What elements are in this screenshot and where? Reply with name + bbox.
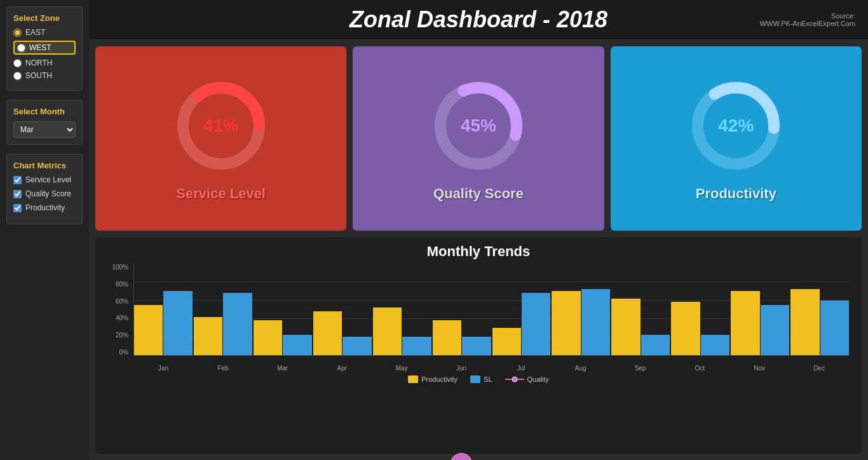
zone-east[interactable]: EAST — [13, 28, 76, 37]
x-label-nov: Nov — [729, 365, 789, 372]
chart-legend: Productivity SL Quality — [108, 375, 849, 383]
service-level-value: 41% — [203, 116, 239, 136]
chart-y-labels: 100% 80% 60% 40% 20% 0% — [108, 264, 131, 356]
chart-plot — [133, 264, 849, 356]
legend-productivity-label: Productivity — [421, 375, 458, 383]
source-info: Source: WWW.PK-AnExcelExpert.Com — [760, 12, 855, 27]
metric-productivity-label: Productivity — [25, 203, 65, 212]
month-group-mar — [254, 264, 312, 355]
zone-north[interactable]: NORTH — [13, 58, 76, 67]
x-label-jul: Jul — [491, 365, 551, 372]
header: Zonal Dashboard - 2018 Source: WWW.PK-An… — [89, 0, 868, 40]
bar-sl-aug — [581, 289, 610, 355]
kpi-productivity: 42% Productivity — [611, 46, 862, 231]
x-label-jan: Jan — [133, 365, 193, 372]
month-group-jul — [492, 264, 551, 355]
kpi-quality-score: 45% Quality Score — [353, 46, 604, 231]
zone-west[interactable]: WEST — [13, 41, 76, 55]
zone-south[interactable]: SOUTH — [13, 71, 76, 80]
bar-sl-sep — [641, 335, 670, 355]
bar-productivity-sep — [611, 299, 640, 355]
metric-productivity[interactable]: Productivity — [13, 203, 76, 212]
month-section: Select Month Jan Feb Mar Apr May Jun Jul… — [6, 100, 83, 145]
month-section-title: Select Month — [13, 107, 76, 116]
metric-quality-score-label: Quality Score — [25, 189, 71, 198]
bar-sl-nov — [761, 305, 789, 355]
bar-sl-jun — [462, 337, 491, 355]
legend-quality-label: Quality — [527, 375, 549, 383]
bar-productivity-aug — [552, 291, 580, 355]
svg-point-14 — [451, 453, 472, 460]
month-group-dec — [790, 264, 849, 355]
bar-sl-may — [402, 337, 431, 355]
bar-sl-jan — [163, 291, 192, 355]
legend-quality-line — [505, 375, 524, 383]
x-label-aug: Aug — [551, 365, 611, 372]
bar-productivity-jul — [492, 328, 521, 355]
month-group-sep — [611, 264, 670, 355]
x-label-feb: Feb — [193, 365, 253, 372]
legend-sl-label: SL — [484, 375, 492, 383]
bar-sl-jul — [522, 293, 550, 355]
bar-productivity-apr — [313, 311, 342, 355]
bar-productivity-jun — [433, 320, 461, 355]
y-label-0: 0% — [119, 349, 128, 356]
y-label-100: 100% — [112, 264, 128, 271]
legend-productivity-box — [408, 375, 418, 383]
chart-metrics-section: Chart Metrics Service Level Quality Scor… — [6, 154, 83, 224]
metric-service-level[interactable]: Service Level — [13, 175, 76, 184]
month-group-apr — [313, 264, 372, 355]
legend-sl-box — [470, 375, 480, 383]
productivity-donut: 42% — [685, 75, 787, 177]
x-label-apr: Apr — [312, 365, 372, 372]
productivity-value: 42% — [718, 116, 754, 136]
bar-productivity-oct — [671, 302, 700, 355]
month-group-nov — [731, 264, 789, 355]
bar-sl-mar — [283, 335, 311, 355]
legend-quality: Quality — [505, 375, 549, 383]
x-label-may: May — [372, 365, 431, 372]
chart-metrics-title: Chart Metrics — [13, 161, 76, 170]
quality-score-value: 45% — [461, 116, 496, 136]
quality-score-title: Quality Score — [433, 186, 524, 202]
zone-section-title: Select Zone — [13, 13, 76, 23]
month-group-jun — [433, 264, 491, 355]
source-label: Source: — [760, 12, 855, 20]
bar-sl-dec — [820, 301, 849, 355]
month-group-aug — [552, 264, 610, 355]
chart-area: 100% 80% 60% 40% 20% 0% — [108, 264, 849, 372]
bar-productivity-jan — [134, 305, 163, 355]
x-labels: JanFebMarAprMayJunJulAugSepOctNovDec — [133, 365, 849, 372]
bar-sl-apr — [342, 337, 371, 355]
quality-score-donut: 45% — [428, 75, 529, 177]
x-label-oct: Oct — [670, 365, 729, 372]
bar-productivity-mar — [254, 320, 282, 355]
service-level-donut: 41% — [170, 75, 272, 177]
month-group-oct — [671, 264, 729, 355]
legend-productivity: Productivity — [408, 375, 458, 383]
x-label-sep: Sep — [611, 365, 670, 372]
metric-quality-score[interactable]: Quality Score — [13, 189, 76, 198]
productivity-title: Productivity — [696, 186, 776, 202]
x-label-jun: Jun — [431, 365, 491, 372]
zone-west-label: WEST — [29, 43, 51, 52]
chart-section: Monthly Trends 100% 80% 60% 40% 20% 0% — [95, 237, 862, 454]
bar-sl-feb — [223, 293, 252, 355]
metric-service-level-label: Service Level — [25, 175, 71, 184]
month-group-may — [373, 264, 431, 355]
service-level-title: Service Level — [176, 186, 266, 202]
sidebar: Select Zone EAST WEST NORTH SOUTH Select… — [0, 0, 89, 460]
zone-section: Select Zone EAST WEST NORTH SOUTH — [6, 6, 83, 91]
month-group-jan — [134, 264, 193, 355]
y-label-40: 40% — [116, 315, 128, 321]
zone-south-label: SOUTH — [25, 71, 52, 80]
zone-north-label: NORTH — [25, 58, 52, 67]
month-select[interactable]: Jan Feb Mar Apr May Jun Jul Aug Sep Oct … — [13, 121, 76, 138]
chart-title: Monthly Trends — [108, 243, 849, 260]
main-content: Zonal Dashboard - 2018 Source: WWW.PK-An… — [89, 0, 868, 460]
y-label-60: 60% — [116, 298, 128, 305]
svg-point-22 — [512, 377, 517, 382]
x-label-mar: Mar — [253, 365, 313, 372]
y-label-80: 80% — [116, 281, 128, 288]
y-label-20: 20% — [116, 332, 128, 339]
